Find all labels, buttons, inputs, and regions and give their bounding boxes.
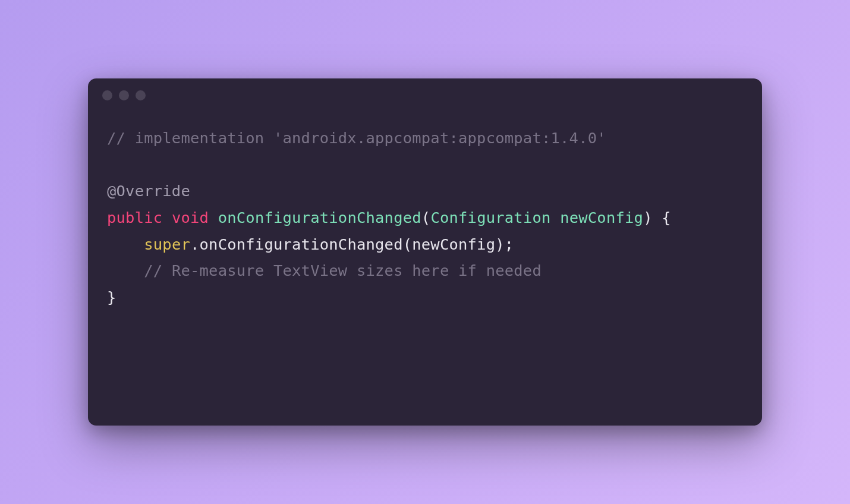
maximize-icon[interactable] <box>136 90 146 100</box>
code-type: Configuration <box>430 209 550 226</box>
code-annotation: @Override <box>107 182 190 200</box>
close-icon[interactable] <box>102 90 112 100</box>
code-comment: // Re-measure TextView sizes here if nee… <box>144 262 542 279</box>
window-titlebar <box>88 78 762 112</box>
code-indent <box>107 235 144 253</box>
code-parameter: newConfig <box>560 209 643 226</box>
code-super-keyword: super <box>144 235 190 253</box>
code-method-name: onConfigurationChanged <box>218 209 421 226</box>
code-keyword: public <box>107 209 162 226</box>
minimize-icon[interactable] <box>119 90 129 100</box>
code-keyword: void <box>172 209 209 226</box>
code-brace: } <box>107 288 117 306</box>
code-paren: ) <box>643 209 653 226</box>
code-brace: { <box>653 209 671 226</box>
code-dot: . <box>190 235 200 253</box>
code-call: onConfigurationChanged(newConfig); <box>200 235 514 253</box>
code-editor-window: // implementation 'androidx.appcompat:ap… <box>88 78 762 426</box>
code-comment: // implementation 'androidx.appcompat:ap… <box>107 129 606 147</box>
code-paren: ( <box>421 209 431 226</box>
code-content[interactable]: // implementation 'androidx.appcompat:ap… <box>88 112 762 310</box>
code-indent <box>107 262 144 279</box>
